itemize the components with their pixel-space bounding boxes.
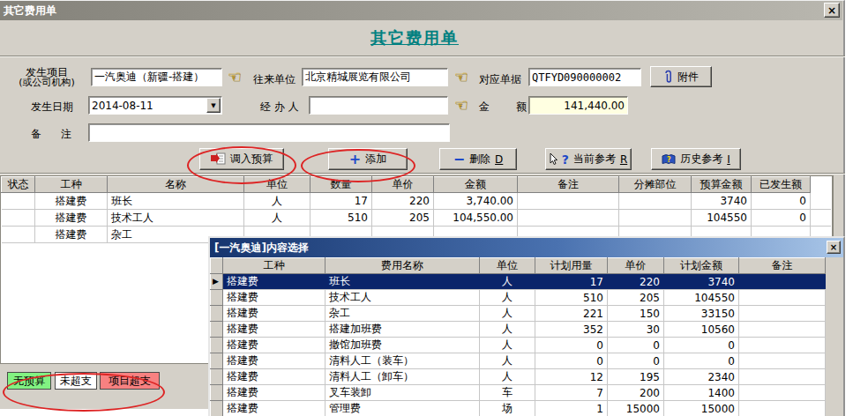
budget-table-row[interactable]: 搭建费 搭建加班费 人 352 30 10560	[211, 322, 826, 338]
budget-table-row[interactable]: 搭建费 撤馆加班费 人 0 0 0	[211, 338, 826, 353]
legend-over-budget: 项目超支	[100, 372, 160, 390]
remark-input[interactable]	[88, 123, 450, 142]
expense-column-header[interactable]: 备注	[518, 177, 619, 193]
project-label: 发生项目 (或公司机构)	[4, 68, 90, 87]
counterpart-input[interactable]	[302, 68, 448, 86]
budget-column-header[interactable]: 单位	[480, 258, 535, 274]
expense-table-row[interactable]: 搭建费 技术工人 人 510 205 104,550.00 104550 0	[2, 210, 831, 227]
delete-label: 删除	[469, 152, 490, 167]
content-select-dialog: [一汽奥迪]内容选择 × 工种费用名称单位计划用量单价计划金额备注 搭建费	[208, 236, 845, 416]
budget-table-row[interactable]: 搭建费 杂工 人 221 150 33150	[211, 306, 826, 322]
attachment-label: 附件	[677, 70, 699, 85]
budget-table-row[interactable]: 搭建费 班长 人 17 220 3740	[211, 274, 826, 290]
expense-table: 状态工种名称单位数量单价金额备注分摊部位预算金额已发生额 搭建费 班长 人 17…	[1, 176, 831, 243]
dialog-close-button[interactable]: ×	[827, 241, 841, 254]
screen: 其它费用单 × 其它费用单 发生项目 (或公司机构) ☜ 往来单位 ☜ 对应单据…	[0, 0, 868, 416]
close-icon: ×	[827, 4, 836, 17]
amount-input[interactable]	[528, 96, 628, 115]
current-ref-label: 当前参考	[573, 152, 616, 167]
amount-label: 金 额	[479, 100, 527, 115]
expense-table-header-row: 状态工种名称单位数量单价金额备注分摊部位预算金额已发生额	[2, 177, 831, 193]
expense-column-header[interactable]: 单位	[244, 177, 311, 193]
question-icon: ?	[562, 152, 569, 167]
paperclip-icon	[663, 70, 673, 84]
expense-column-header[interactable]: 分摊部位	[619, 177, 692, 193]
close-icon: ×	[830, 242, 837, 252]
budget-items-table: 工种费用名称单位计划用量单价计划金额备注 搭建费 班长 人 17 220 374…	[210, 257, 826, 416]
expense-column-header[interactable]: 预算金额	[692, 177, 752, 193]
budget-column-header[interactable]: 备注	[739, 258, 826, 274]
row-selector[interactable]	[211, 338, 223, 353]
history-ref-button[interactable]: ? 历史参考I	[651, 148, 741, 170]
plus-icon: +	[349, 153, 361, 166]
expense-column-header[interactable]: 数量	[311, 177, 372, 193]
window-title: 其它费用单	[4, 4, 56, 19]
budget-column-header[interactable]: 计划金额	[664, 258, 739, 274]
chevron-down-icon: ▼	[211, 102, 215, 109]
load-budget-icon	[211, 152, 226, 166]
date-input[interactable]	[88, 96, 222, 115]
handler-picker-hand-icon[interactable]: ☜	[454, 98, 468, 112]
dialog-title: [一汽奥迪]内容选择	[214, 241, 309, 256]
current-ref-button[interactable]: ? 当前参考R	[545, 148, 632, 170]
minus-icon: −	[453, 153, 465, 166]
project-picker-hand-icon[interactable]: ☜	[228, 70, 242, 84]
budget-table-row[interactable]: 搭建费 管理费 场 1 15000 15000	[211, 401, 826, 416]
delete-button[interactable]: − 删除D	[439, 148, 517, 170]
date-label: 发生日期	[31, 100, 73, 115]
row-selector[interactable]	[211, 401, 223, 416]
row-selector[interactable]	[211, 369, 223, 385]
cursor-icon	[550, 153, 557, 165]
counterpart-label: 往来单位	[253, 72, 296, 87]
row-selector[interactable]	[211, 290, 223, 306]
budget-column-header[interactable]: 工种	[223, 258, 326, 274]
expense-column-header[interactable]: 名称	[108, 177, 244, 193]
expense-column-header[interactable]: 已发生额	[752, 177, 811, 193]
svg-text:?: ?	[667, 155, 671, 163]
window-titlebar: 其它费用单	[0, 1, 842, 20]
page-title: 其它费用单	[0, 27, 829, 48]
expense-table-row[interactable]: 搭建费 班长 人 17 220 3,740.00 3740 0	[2, 193, 831, 210]
legend-within-budget: 未超支	[55, 372, 97, 390]
budget-table-row[interactable]: 搭建费 清料人工（装车） 人 0 0 0	[211, 353, 826, 369]
add-button[interactable]: + 添加	[328, 148, 408, 170]
row-selector[interactable]	[211, 353, 223, 369]
row-selector[interactable]	[211, 385, 223, 401]
budget-column-header[interactable]: 计划用量	[535, 258, 608, 274]
attachment-button[interactable]: 附件	[650, 66, 712, 87]
separator-bottom	[0, 173, 845, 175]
expense-column-filler	[811, 177, 831, 193]
legend-no-budget: 无预算	[7, 372, 51, 390]
handler-input[interactable]	[309, 96, 448, 115]
dialog-titlebar: [一汽奥迪]内容选择	[210, 238, 843, 257]
load-budget-label: 调入预算	[230, 152, 273, 167]
project-input[interactable]	[91, 68, 222, 86]
remark-label: 备 注	[31, 127, 71, 142]
date-dropdown-button[interactable]: ▼	[206, 98, 221, 113]
row-selector[interactable]	[211, 322, 223, 338]
window-close-button[interactable]: ×	[824, 3, 840, 18]
doc-no-input[interactable]	[528, 68, 641, 86]
row-selector-header	[211, 258, 223, 274]
expense-column-header[interactable]: 单价	[372, 177, 434, 193]
budget-table-row[interactable]: 搭建费 叉车装卸 车 7 200 1400	[211, 385, 826, 401]
load-budget-button[interactable]: 调入预算	[199, 148, 284, 170]
budget-table-row[interactable]: 搭建费 清料人工（卸车） 人 12 195 2340	[211, 369, 826, 385]
doc-no-label: 对应单据	[479, 72, 521, 87]
counterpart-picker-hand-icon[interactable]: ☜	[454, 70, 468, 84]
expense-column-header[interactable]: 工种	[35, 177, 108, 193]
separator-top	[0, 56, 845, 57]
expense-column-header[interactable]: 金额	[434, 177, 518, 193]
budget-column-header[interactable]: 单价	[608, 258, 664, 274]
handler-label: 经 办 人	[260, 100, 299, 115]
book-icon: ?	[662, 153, 676, 166]
row-selector[interactable]	[211, 306, 223, 322]
history-ref-label: 历史参考	[680, 152, 722, 167]
budget-column-header[interactable]: 费用名称	[326, 258, 480, 274]
budget-table-header-row: 工种费用名称单位计划用量单价计划金额备注	[211, 258, 826, 274]
budget-table-row[interactable]: 搭建费 技术工人 人 510 205 104550	[211, 290, 826, 306]
add-label: 添加	[365, 152, 386, 167]
expense-column-header[interactable]: 状态	[2, 177, 35, 193]
row-selector[interactable]	[211, 274, 223, 290]
